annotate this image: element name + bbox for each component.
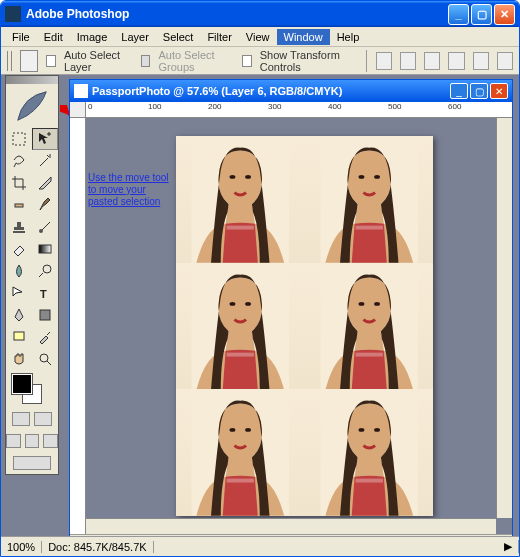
passport-photo <box>305 136 434 263</box>
app-window: Adobe Photoshop _ ▢ ✕ File Edit Image La… <box>0 0 520 557</box>
menu-window[interactable]: Window <box>277 29 330 45</box>
app-statusbar: 100% Doc: 845.7K/845.7K ▶ <box>1 536 519 556</box>
menu-help[interactable]: Help <box>330 29 367 45</box>
screen-mode-2[interactable] <box>25 434 40 448</box>
app-title: Adobe Photoshop <box>26 7 448 21</box>
screen-mode-3[interactable] <box>43 434 58 448</box>
doc-maximize-button[interactable]: ▢ <box>470 83 488 99</box>
shape-tool[interactable] <box>32 304 58 326</box>
crop-tool[interactable] <box>6 172 32 194</box>
svg-rect-17 <box>355 226 382 230</box>
svg-point-8 <box>40 354 48 362</box>
toolbox-header[interactable] <box>6 76 58 84</box>
svg-point-4 <box>43 265 51 273</box>
svg-point-32 <box>374 428 380 432</box>
auto-select-layer-label: Auto Select Layer <box>64 49 133 73</box>
move-tool[interactable] <box>32 128 58 150</box>
menu-file[interactable]: File <box>5 29 37 45</box>
align-btn-4[interactable] <box>448 52 464 70</box>
app-titlebar[interactable]: Adobe Photoshop _ ▢ ✕ <box>1 1 519 27</box>
menu-select[interactable]: Select <box>156 29 201 45</box>
eraser-tool[interactable] <box>6 238 32 260</box>
svg-point-24 <box>374 302 380 306</box>
canvas[interactable] <box>176 136 433 516</box>
close-button[interactable]: ✕ <box>494 4 515 25</box>
ruler-vertical[interactable] <box>70 118 86 534</box>
type-tool[interactable]: T <box>32 282 58 304</box>
ruler-horizontal[interactable]: 0 100 200 300 400 500 600 <box>86 102 512 118</box>
align-btn-2[interactable] <box>400 52 416 70</box>
svg-point-31 <box>358 428 364 432</box>
align-btn-3[interactable] <box>424 52 440 70</box>
lasso-tool[interactable] <box>6 150 32 172</box>
svg-point-27 <box>230 428 236 432</box>
color-swatches[interactable] <box>6 370 58 408</box>
svg-point-12 <box>245 175 251 179</box>
align-btn-6[interactable] <box>497 52 513 70</box>
zoom-tool[interactable] <box>32 348 58 370</box>
passport-photo <box>176 389 305 516</box>
ruler-corner <box>70 102 86 118</box>
show-transform-checkbox[interactable] <box>242 55 252 67</box>
menubar: File Edit Image Layer Select Filter View… <box>1 27 519 47</box>
tool-preset-icon[interactable] <box>20 50 38 72</box>
edit-mode-standard[interactable] <box>12 412 30 426</box>
doc-scrollbar-vertical[interactable] <box>496 118 512 518</box>
svg-text:T: T <box>40 288 47 300</box>
svg-rect-13 <box>227 226 254 230</box>
svg-point-20 <box>245 302 251 306</box>
menu-edit[interactable]: Edit <box>37 29 70 45</box>
gradient-tool[interactable] <box>32 238 58 260</box>
screen-mode-1[interactable] <box>6 434 21 448</box>
document-title: PassportPhoto @ 57.6% (Layer 6, RGB/8/CM… <box>92 85 450 97</box>
stamp-tool[interactable] <box>6 216 32 238</box>
svg-point-28 <box>245 428 251 432</box>
heal-tool[interactable] <box>6 194 32 216</box>
document-icon <box>74 84 88 98</box>
svg-point-11 <box>230 175 236 179</box>
align-btn-5[interactable] <box>473 52 489 70</box>
wand-tool[interactable] <box>32 150 58 172</box>
slice-tool[interactable] <box>32 172 58 194</box>
foreground-color[interactable] <box>12 374 32 394</box>
options-separator <box>366 50 368 72</box>
svg-rect-6 <box>40 310 50 320</box>
eyedropper-tool[interactable] <box>32 326 58 348</box>
jump-to-imageready[interactable] <box>13 456 51 470</box>
doc-close-button[interactable]: ✕ <box>490 83 508 99</box>
menu-layer[interactable]: Layer <box>114 29 156 45</box>
menu-view[interactable]: View <box>239 29 277 45</box>
history-brush-tool[interactable] <box>32 216 58 238</box>
dodge-tool[interactable] <box>32 260 58 282</box>
app-status-arrow[interactable]: ▶ <box>498 540 519 553</box>
svg-point-16 <box>374 175 380 179</box>
menu-image[interactable]: Image <box>70 29 115 45</box>
maximize-button[interactable]: ▢ <box>471 4 492 25</box>
edit-mode-quickmask[interactable] <box>34 412 52 426</box>
hand-tool[interactable] <box>6 348 32 370</box>
doc-scrollbar-horizontal[interactable] <box>86 518 496 534</box>
notes-tool[interactable] <box>6 326 32 348</box>
pen-tool[interactable] <box>6 304 32 326</box>
toolbox: T <box>5 75 59 475</box>
options-drag-handle[interactable] <box>7 51 12 71</box>
doc-minimize-button[interactable]: _ <box>450 83 468 99</box>
document-titlebar[interactable]: PassportPhoto @ 57.6% (Layer 6, RGB/8/CM… <box>70 80 512 102</box>
menu-filter[interactable]: Filter <box>200 29 238 45</box>
brush-tool[interactable] <box>32 194 58 216</box>
svg-rect-21 <box>227 352 254 356</box>
auto-select-layer-checkbox[interactable] <box>46 55 56 67</box>
canvas-area[interactable]: Use the move tool to move your pasted se… <box>86 118 512 534</box>
passport-photo <box>176 136 305 263</box>
auto-select-groups-checkbox[interactable] <box>141 55 151 67</box>
annotation-hint: Use the move tool to move your pasted se… <box>88 172 170 208</box>
app-doc-info[interactable]: Doc: 845.7K/845.7K <box>42 541 153 553</box>
window-buttons: _ ▢ ✕ <box>448 4 515 25</box>
app-zoom-value[interactable]: 100% <box>1 541 42 553</box>
minimize-button[interactable]: _ <box>448 4 469 25</box>
align-btn-1[interactable] <box>376 52 392 70</box>
blur-tool[interactable] <box>6 260 32 282</box>
passport-photo <box>176 263 305 390</box>
path-tool[interactable] <box>6 282 32 304</box>
marquee-tool[interactable] <box>6 128 32 150</box>
